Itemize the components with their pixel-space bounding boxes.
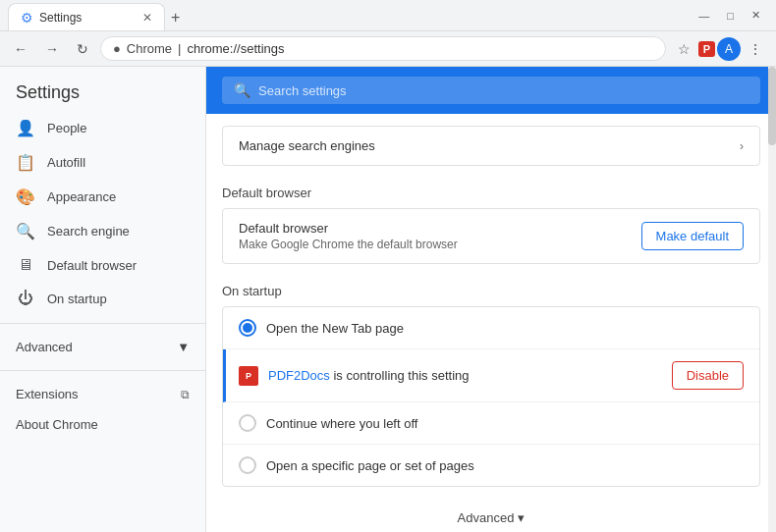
menu-button[interactable]: ⋮ (743, 37, 768, 61)
sidebar-item-default-browser-label: Default browser (47, 258, 137, 273)
sidebar-item-autofill-label: Autofill (47, 155, 85, 170)
default-browser-title: Default browser (239, 221, 458, 236)
default-browser-box: Default browser Make Google Chrome the d… (222, 208, 760, 264)
appearance-icon: 🎨 (16, 187, 35, 206)
scrollbar-track (768, 67, 776, 532)
sidebar-item-search-engine-label: Search engine (47, 224, 130, 239)
forward-button[interactable]: → (39, 37, 65, 61)
startup-option-specific[interactable]: Open a specific page or set of pages (223, 445, 759, 486)
sidebar-item-default-browser[interactable]: 🖥 Default browser (0, 248, 197, 282)
address-url: chrome://settings (188, 41, 285, 56)
people-icon: 👤 (16, 119, 35, 137)
reload-button[interactable]: ↻ (71, 37, 94, 61)
manage-search-engines-label: Manage search engines (239, 138, 375, 153)
sidebar-title: Settings (0, 67, 205, 111)
advanced-btn-row: Advanced ▾ (222, 495, 760, 532)
advanced-chevron-icon: ▾ (518, 510, 525, 525)
sidebar-item-appearance[interactable]: 🎨 Appearance (0, 180, 197, 214)
sidebar-advanced-section[interactable]: Advanced ▼ (0, 332, 205, 362)
sidebar-item-on-startup-label: On startup (47, 292, 107, 306)
tab-title: Settings (39, 11, 82, 25)
about-chrome-label: About Chrome (16, 417, 98, 432)
startup-option-controlled: P PDF2Docs is controlling this setting D… (223, 349, 759, 402)
search-engine-icon: 🔍 (16, 222, 35, 240)
startup-option-new-tab[interactable]: Open the New Tab page (223, 307, 759, 349)
make-default-button[interactable]: Make default (641, 222, 744, 250)
maximize-button[interactable]: □ (719, 5, 742, 26)
radio-specific[interactable] (239, 456, 256, 474)
close-button[interactable]: ✕ (744, 5, 768, 26)
new-tab-button[interactable]: + (165, 5, 186, 30)
sidebar-divider (0, 323, 205, 324)
back-button[interactable]: ← (8, 37, 33, 61)
content-area: 🔍 Search settings Manage search engines … (206, 67, 776, 532)
search-input[interactable]: Search settings (258, 83, 347, 98)
tab-favicon: ⚙ (21, 10, 33, 26)
startup-continue-label: Continue where you left off (266, 416, 744, 431)
pdf2docs-logo: P (239, 366, 258, 386)
manage-search-engines-item[interactable]: Manage search engines › (222, 126, 760, 166)
startup-new-tab-label: Open the New Tab page (266, 321, 744, 336)
title-bar: ⚙ Settings ✕ + — □ ✕ (0, 0, 776, 31)
window-controls: — □ ✕ (691, 5, 768, 26)
pdf2docs-link[interactable]: PDF2Docs (268, 368, 330, 383)
sidebar-item-autofill[interactable]: 📋 Autofill (0, 145, 197, 180)
on-startup-icon: ⏻ (16, 290, 35, 307)
content-body: Manage search engines › Default browser … (206, 126, 776, 532)
radio-new-tab[interactable] (239, 319, 256, 337)
sidebar-item-on-startup[interactable]: ⏻ On startup (0, 282, 197, 315)
pdf2docs-controlling-text: PDF2Docs is controlling this setting (268, 368, 469, 383)
sidebar-item-appearance-label: Appearance (47, 189, 116, 204)
default-browser-subtitle: Make Google Chrome the default browser (239, 238, 458, 251)
sidebar-advanced-label: Advanced (16, 340, 73, 354)
autofill-icon: 📋 (16, 153, 35, 172)
tab-bar: ⚙ Settings ✕ + (8, 0, 691, 30)
profile-icon[interactable]: A (717, 37, 741, 61)
scrollbar-thumb[interactable] (768, 67, 776, 145)
on-startup-section-title: On startup (222, 272, 760, 306)
settings-tab[interactable]: ⚙ Settings ✕ (8, 3, 165, 30)
search-bar: 🔍 Search settings (206, 67, 776, 114)
sidebar-about-chrome[interactable]: About Chrome (0, 409, 205, 440)
default-browser-icon: 🖥 (16, 256, 35, 274)
radio-inner-new-tab (243, 323, 252, 333)
startup-specific-label: Open a specific page or set of pages (266, 458, 744, 473)
startup-option-continue[interactable]: Continue where you left off (223, 402, 759, 445)
search-icon: 🔍 (234, 82, 250, 98)
chevron-down-icon: ▼ (177, 340, 190, 354)
address-bar: ← → ↻ ● Chrome | chrome://settings ☆ P A… (0, 31, 776, 67)
sidebar-divider-2 (0, 370, 205, 371)
search-input-wrapper[interactable]: 🔍 Search settings (222, 77, 760, 104)
toolbar-icons: ☆ P A ⋮ (672, 37, 768, 61)
bookmark-button[interactable]: ☆ (672, 37, 696, 61)
radio-continue[interactable] (239, 414, 256, 432)
address-separator: | (178, 41, 181, 56)
advanced-button[interactable]: Advanced ▾ (458, 510, 526, 525)
external-link-icon: ⧉ (181, 388, 190, 401)
chevron-right-icon: › (740, 139, 744, 153)
address-input[interactable]: ● Chrome | chrome://settings (100, 36, 666, 61)
manage-search-engines-row[interactable]: Manage search engines › (223, 127, 759, 165)
sidebar-extensions[interactable]: Extensions ⧉ (0, 379, 205, 409)
advanced-label: Advanced (458, 510, 515, 525)
address-prefix: Chrome (127, 41, 172, 56)
sidebar-item-search-engine[interactable]: 🔍 Search engine (0, 214, 197, 248)
tab-close-btn[interactable]: ✕ (142, 11, 152, 25)
sidebar: Settings 👤 People 📋 Autofill 🎨 Appearanc… (0, 67, 206, 532)
main-layout: Settings 👤 People 📋 Autofill 🎨 Appearanc… (0, 67, 776, 532)
pdf2docs-extension-btn[interactable]: P (698, 41, 715, 57)
minimize-button[interactable]: — (691, 5, 717, 26)
extensions-label: Extensions (16, 387, 79, 401)
sidebar-item-people[interactable]: 👤 People (0, 111, 197, 145)
startup-options-box: Open the New Tab page P PDF2Docs is cont… (222, 306, 760, 487)
sidebar-item-people-label: People (47, 121, 86, 135)
disable-button[interactable]: Disable (672, 361, 744, 390)
default-browser-section-title: Default browser (222, 174, 760, 208)
default-browser-text: Default browser Make Google Chrome the d… (239, 221, 458, 251)
